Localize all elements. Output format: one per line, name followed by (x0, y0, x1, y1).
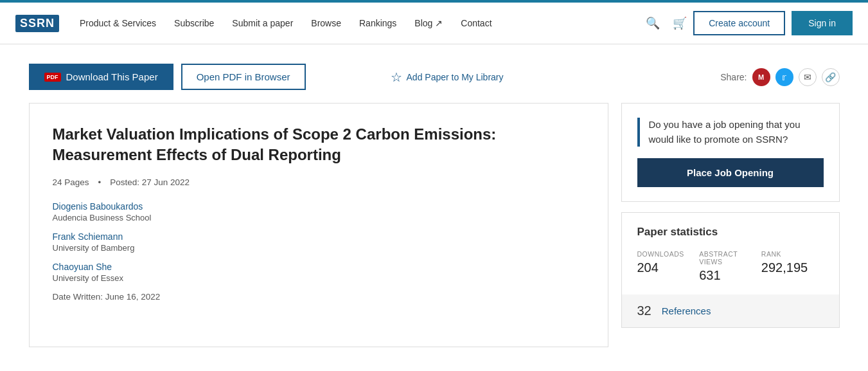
nav-rankings[interactable]: Rankings (350, 18, 405, 28)
search-button[interactable]: 🔍 (639, 16, 666, 30)
rank-label: RANK (761, 250, 824, 258)
author-affiliation-3: University of Essex (53, 273, 585, 283)
references-count: 32 (637, 303, 651, 318)
author-block-2: Frank Schiemann University of Bamberg (53, 231, 585, 253)
references-row: 32 References (622, 294, 839, 327)
sidebar: Do you have a job opening that you would… (621, 103, 840, 328)
rank-stat: RANK 292,195 (761, 250, 824, 283)
ssrn-logo[interactable]: SSRN (15, 15, 59, 32)
author-block-3: Chaoyuan She University of Essex (53, 262, 585, 283)
abstract-views-label: ABSTRACT VIEWS (699, 250, 761, 266)
stats-card: Paper statistics DOWNLOADS 204 ABSTRACT … (621, 212, 840, 328)
nav-browse[interactable]: Browse (302, 18, 350, 28)
pdf-icon: PDF (44, 73, 61, 82)
logo-text: SSRN (15, 15, 59, 32)
abstract-views-stat: ABSTRACT VIEWS 631 (699, 250, 761, 283)
action-bar: PDF Download This Paper Open PDF in Brow… (29, 64, 840, 90)
share-area: Share: M 𝕣 ✉ 🔗 (720, 68, 839, 86)
paper-pages: 24 Pages (53, 177, 89, 187)
downloads-value: 204 (637, 260, 700, 275)
create-account-button[interactable]: Create account (693, 11, 785, 35)
main-layout: Market Valuation Implications of Scope 2… (29, 103, 840, 347)
open-pdf-button[interactable]: Open PDF in Browser (181, 64, 306, 90)
references-link[interactable]: References (662, 305, 711, 316)
twitter-share-icon[interactable]: 𝕣 (775, 68, 793, 86)
author-name-1[interactable]: Diogenis Baboukardos (53, 201, 143, 212)
paper-card: Market Valuation Implications of Scope 2… (29, 103, 608, 347)
paper-posted: Posted: 27 Jun 2022 (110, 177, 190, 187)
rank-value: 292,195 (761, 260, 824, 275)
download-label: Download This Paper (66, 71, 158, 82)
share-label: Share: (720, 72, 747, 82)
author-name-3[interactable]: Chaoyuan She (53, 262, 112, 272)
add-library-label: Add Paper to My Library (407, 72, 504, 82)
stats-title: Paper statistics (637, 226, 824, 239)
cart-button[interactable]: 🛒 (666, 16, 693, 30)
nav-blog[interactable]: Blog ↗ (405, 18, 452, 28)
navbar: SSRN Product & Services Subscribe Submit… (0, 3, 868, 44)
sign-in-button[interactable]: Sign in (792, 11, 853, 35)
content-area: PDF Download This Paper Open PDF in Brow… (13, 44, 855, 347)
author-name-2[interactable]: Frank Schiemann (53, 231, 123, 242)
abstract-views-value: 631 (699, 268, 761, 283)
nav-submit-paper[interactable]: Submit a paper (223, 18, 302, 28)
download-paper-button[interactable]: PDF Download This Paper (29, 64, 173, 90)
author-affiliation-2: University of Bamberg (53, 243, 585, 253)
nav-subscribe[interactable]: Subscribe (165, 18, 223, 28)
mendeley-share-icon[interactable]: M (752, 68, 770, 86)
downloads-stat: DOWNLOADS 204 (637, 250, 700, 283)
add-to-library-button[interactable]: ☆ Add Paper to My Library (391, 69, 504, 85)
copy-link-icon[interactable]: 🔗 (822, 68, 840, 86)
nav-contact[interactable]: Contact (452, 18, 500, 28)
paper-title: Market Valuation Implications of Scope 2… (53, 124, 585, 166)
author-affiliation-1: Audencia Business School (53, 213, 585, 222)
job-opening-card: Do you have a job opening that you would… (621, 103, 840, 202)
star-icon: ☆ (391, 69, 402, 85)
author-block-1: Diogenis Baboukardos Audencia Business S… (53, 201, 585, 222)
place-job-opening-button[interactable]: Place Job Opening (637, 158, 824, 187)
meta-separator: • (98, 177, 102, 187)
nav-links: Product & Services Subscribe Submit a pa… (71, 18, 639, 28)
date-written: Date Written: June 16, 2022 (53, 292, 585, 302)
downloads-label: DOWNLOADS (637, 250, 700, 258)
paper-meta: 24 Pages • Posted: 27 Jun 2022 (53, 177, 585, 187)
email-share-icon[interactable]: ✉ (799, 68, 817, 86)
navbar-actions: Create account Sign in (693, 11, 853, 35)
stats-grid: DOWNLOADS 204 ABSTRACT VIEWS 631 RANK 29… (637, 250, 824, 283)
job-opening-text: Do you have a job opening that you would… (637, 118, 824, 147)
nav-product-services[interactable]: Product & Services (71, 18, 165, 28)
